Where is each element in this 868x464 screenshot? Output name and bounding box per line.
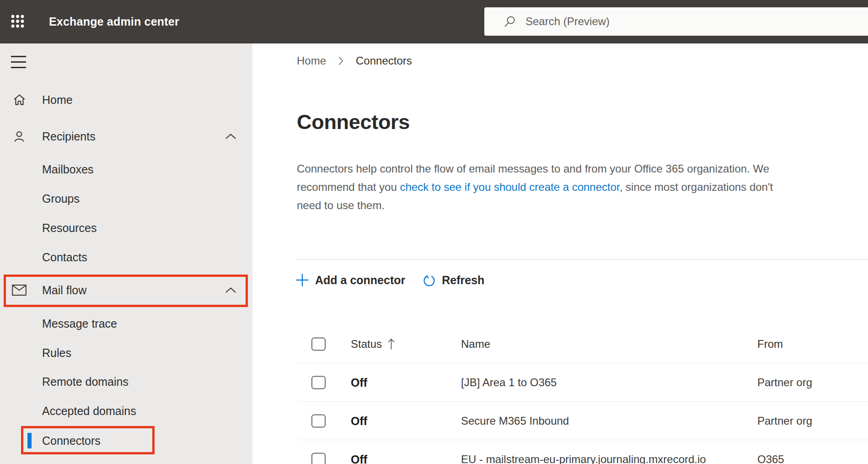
search-icon (504, 15, 516, 28)
search-input[interactable]: Search (Preview) (484, 7, 868, 36)
person-icon (12, 129, 27, 144)
cell-from: Partner org (757, 376, 812, 389)
mail-icon (12, 283, 27, 297)
cell-status: Off (351, 414, 367, 427)
cell-from: O365 (757, 453, 784, 464)
chevron-up-icon[interactable] (225, 133, 236, 140)
cell-name[interactable]: EU - mailstream-eu-primary.journaling.mx… (461, 453, 706, 464)
cell-status: Off (351, 453, 367, 464)
toolbar-divider (297, 259, 868, 260)
cell-from: Partner org (757, 415, 812, 427)
table-row[interactable]: Off[JB] Area 1 to O365Partner org (297, 363, 868, 402)
refresh-icon (423, 274, 436, 287)
cell-name[interactable]: [JB] Area 1 to O365 (461, 376, 557, 389)
table-row[interactable]: OffSecure M365 InboundPartner org (297, 402, 868, 440)
page-title: Connectors (297, 110, 410, 134)
select-all-checkbox[interactable] (311, 337, 326, 351)
sidebar-item-home[interactable]: Home (0, 88, 252, 112)
add-connector-button[interactable]: Add a connector (295, 273, 405, 287)
row-checkbox[interactable] (311, 453, 326, 464)
sidebar-item-remote-domains[interactable]: Remote domains (0, 370, 252, 394)
app-title: Exchange admin center (49, 0, 179, 43)
selected-indicator (27, 433, 32, 448)
table-row[interactable]: OffEU - mailstream-eu-primary.journaling… (297, 440, 868, 464)
top-app-bar: Exchange admin center Search (Preview) (0, 0, 868, 43)
column-header-from[interactable]: From (757, 338, 783, 351)
cell-status: Off (351, 376, 367, 389)
left-nav-sidebar: HomeRecipientsMailboxesGroupsResourcesCo… (0, 43, 252, 464)
plus-icon (295, 273, 309, 287)
main-content: Home Connectors Connectors Connectors he… (252, 43, 868, 464)
sort-ascending-icon (387, 338, 395, 350)
breadcrumb-current: Connectors (356, 54, 412, 67)
waffle-icon (11, 14, 25, 30)
page-description: Connectors help control the flow of emai… (297, 160, 859, 215)
create-connector-check-link[interactable]: check to see if you should create a conn… (400, 181, 622, 193)
table-header-row: Status Name From (297, 325, 868, 363)
app-launcher-button[interactable] (9, 14, 26, 30)
refresh-button[interactable]: Refresh (423, 274, 484, 287)
breadcrumb-home-link[interactable]: Home (297, 54, 326, 67)
sidebar-item-mailboxes[interactable]: Mailboxes (0, 157, 252, 181)
search-placeholder: Search (Preview) (525, 15, 610, 28)
column-header-status[interactable]: Status (351, 338, 382, 351)
command-toolbar: Add a connector Refresh (295, 269, 484, 291)
chevron-right-icon (338, 56, 344, 66)
column-header-name[interactable]: Name (461, 338, 490, 351)
description-line-3: need to use them. (297, 196, 859, 215)
chevron-up-icon[interactable] (225, 287, 236, 294)
row-checkbox[interactable] (311, 376, 326, 389)
description-line-2: recommend that you check to see if you s… (297, 178, 859, 196)
table-body: Off[JB] Area 1 to O365Partner orgOffSecu… (297, 363, 868, 464)
sidebar-item-message-trace[interactable]: Message trace (0, 312, 252, 335)
sidebar-item-connectors[interactable]: Connectors (0, 429, 252, 453)
hamburger-icon (11, 56, 26, 57)
row-checkbox[interactable] (311, 414, 326, 427)
sidebar-item-recipients[interactable]: Recipients (0, 124, 252, 148)
sidebar-item-accepted-domains[interactable]: Accepted domains (0, 399, 252, 423)
connectors-table: Status Name From Off[JB] Area 1 to O365P… (297, 325, 868, 464)
sidebar-item-mail-flow[interactable]: Mail flow (0, 278, 252, 302)
nav-toggle-button[interactable] (11, 54, 29, 69)
description-line-1: Connectors help control the flow of emai… (297, 160, 859, 178)
breadcrumb: Home Connectors (297, 54, 412, 68)
cell-name[interactable]: Secure M365 Inbound (461, 415, 569, 427)
sidebar-item-rules[interactable]: Rules (0, 341, 252, 365)
sidebar-item-resources[interactable]: Resources (0, 216, 252, 240)
sidebar-item-contacts[interactable]: Contacts (0, 245, 252, 269)
home-icon (12, 92, 27, 107)
sidebar-item-groups[interactable]: Groups (0, 187, 252, 210)
